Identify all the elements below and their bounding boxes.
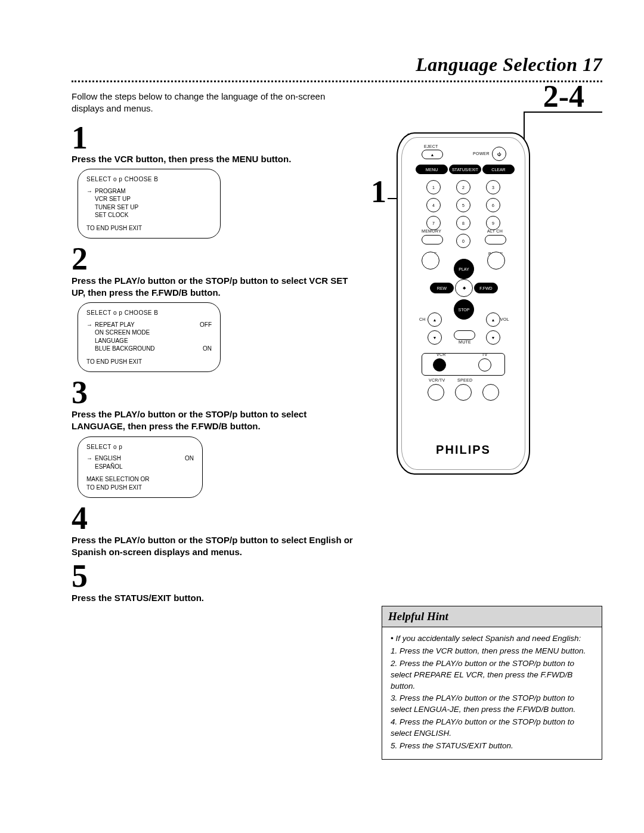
num-label: 7 — [427, 216, 440, 230]
vol-label: VOL — [500, 317, 509, 321]
osd1-item: SET CLOCK — [86, 211, 212, 219]
osd2-item-label: LANGUAGE — [86, 337, 128, 345]
osd2-footer: TO END PUSH EXIT — [86, 358, 212, 366]
clear-label: CLEAR — [483, 165, 514, 174]
osd3-item-label: ESPAÑOL — [86, 463, 123, 471]
ch-up-button: ▲ — [428, 312, 442, 327]
osd2-item-label: REPEAT PLAY — [86, 321, 135, 329]
tv-mode-button — [478, 358, 491, 371]
mute-button — [454, 330, 475, 340]
hint-item-text: Press the PLAY/o button or the STOP/p bu… — [391, 717, 574, 738]
num-label: 4 — [427, 199, 440, 212]
osd1-footer: TO END PUSH EXIT — [86, 224, 212, 233]
speed-button — [455, 384, 472, 401]
step-number-4: 4 — [72, 504, 358, 533]
vcrtv-label: VCR/TV — [429, 378, 445, 382]
status-exit-button: STATUS/EXIT — [449, 165, 481, 174]
menu-label: MENU — [416, 165, 447, 174]
num-label: 5 — [457, 199, 470, 212]
hint-item: 2. Press the PLAY/o button or the STOP/p… — [391, 658, 593, 692]
memory-label: MEMORY — [422, 229, 441, 233]
menu-button: MENU — [416, 165, 448, 174]
osd1-header: SELECT o p CHOOSE B — [86, 175, 212, 184]
vcrtv-button — [428, 384, 444, 401]
hint-item-text: Press the PLAY/o button or the STOP/p bu… — [391, 693, 575, 714]
eject-button: ▲ — [422, 150, 443, 159]
callout-number-1: 1 — [371, 174, 386, 209]
altch-button — [485, 235, 506, 244]
hint-item: 4. Press the PLAY/o button or the STOP/p… — [391, 717, 593, 739]
hint-item-text: Press the STATUS/EXIT button. — [400, 741, 513, 750]
diamond-icon: ◆ — [456, 280, 472, 296]
hint-item-text: Press the VCR button, then press the MEN… — [400, 646, 586, 655]
up-icon: ▲ — [428, 313, 441, 326]
remote-illustration: EJECT ▲ POWER ⏻ MENU STATUS/EXIT CLEAR 1… — [397, 132, 528, 475]
osd3-item-value: ON — [185, 454, 194, 463]
ch-down-button: ▼ — [428, 330, 442, 345]
num-label: 9 — [487, 216, 500, 230]
osd-screen-3: SELECT o p ENGLISHON ESPAÑOL MAKE SELECT… — [78, 436, 203, 498]
brand-logo: PHILIPS — [398, 443, 529, 457]
clear-button: CLEAR — [482, 165, 515, 174]
num-1-button: 1 — [426, 180, 441, 194]
memory-button — [422, 235, 443, 244]
step-number-2: 2 — [72, 244, 358, 274]
helpful-hint-box: Helpful Hint • If you accidentally selec… — [382, 606, 602, 760]
osd1-item: PROGRAM — [86, 187, 212, 196]
hint-item: 3. Press the PLAY/o button or the STOP/p… — [391, 693, 593, 716]
step-number-3: 3 — [72, 378, 358, 407]
vcr-label: VCR — [436, 352, 446, 357]
step-body-4: Press the PLAY/o button or the STOP/p bu… — [72, 534, 358, 559]
mute-label: MUTE — [459, 340, 471, 344]
vcr-tv-panel: VCR TV — [422, 353, 505, 376]
eject-label: EJECT — [424, 144, 438, 148]
page-header: Language Selection 17 — [72, 54, 602, 76]
ffwd-label: F.FWD — [475, 283, 497, 293]
hint-item: 1. Press the VCR button, then press the … — [391, 646, 593, 657]
down-icon: ▼ — [487, 331, 500, 344]
num-0-button: 0 — [456, 234, 470, 248]
osd2-item-label: BLUE BACKGROUND — [86, 345, 155, 353]
vol-down-button: ▼ — [486, 330, 500, 345]
osd1-item: VCR SET UP — [86, 195, 212, 203]
down-icon: ▼ — [428, 331, 441, 344]
two-column-layout: Follow the steps below to change the lan… — [72, 91, 602, 760]
hint-title: Helpful Hint — [382, 606, 602, 627]
transport-center-icon: ◆ — [455, 279, 473, 297]
step-number-1: 1 — [72, 123, 358, 153]
play-label: PLAY — [454, 259, 473, 278]
step-body-3: Press the PLAY/o button or the STOP/p bu… — [72, 408, 358, 433]
callout-number-24: 2-4 — [543, 79, 584, 114]
num-label: 2 — [457, 181, 470, 194]
osd-screen-1: SELECT o p CHOOSE B PROGRAM VCR SET UP T… — [78, 169, 221, 239]
osd2-header: SELECT o p CHOOSE B — [86, 309, 212, 317]
tv-label: TV — [482, 352, 488, 357]
up-icon: ▲ — [487, 313, 500, 326]
hint-item: 5. Press the STATUS/EXIT button. — [391, 741, 593, 752]
pause-button — [487, 252, 505, 270]
osd3-item-label: ENGLISH — [86, 454, 121, 463]
step-number-5: 5 — [72, 562, 358, 591]
num-3-button: 3 — [486, 180, 500, 194]
divider-dotted — [72, 80, 602, 82]
extra-button — [482, 384, 499, 401]
speed-label: SPEED — [457, 378, 472, 382]
rew-label: REW — [431, 283, 453, 293]
power-label: POWER — [473, 151, 490, 156]
num-8-button: 8 — [456, 216, 470, 230]
step-body-2: Press the PLAY/o button or the STOP/p bu… — [72, 275, 358, 299]
status-label: STATUS/EXIT — [450, 165, 481, 174]
stop-button: STOP — [454, 299, 474, 320]
stop-label: STOP — [454, 300, 473, 319]
hint-intro-text: If you accidentally select Spanish and n… — [395, 634, 581, 643]
document-page: Language Selection 17 Follow the steps b… — [0, 0, 644, 833]
num-6-button: 6 — [486, 198, 500, 212]
hint-item-text: Press the PLAY/o button or the STOP/p bu… — [391, 659, 574, 690]
num-7-button: 7 — [426, 216, 441, 230]
left-column: Follow the steps below to change the lan… — [72, 91, 358, 760]
num-label: 3 — [487, 181, 500, 194]
hint-body: • If you accidentally select Spanish and… — [382, 627, 602, 759]
step-body-1: Press the VCR button, then press the MEN… — [72, 153, 358, 165]
eject-icon: ▲ — [422, 150, 442, 159]
intro-text: Follow the steps below to change the lan… — [72, 91, 346, 115]
